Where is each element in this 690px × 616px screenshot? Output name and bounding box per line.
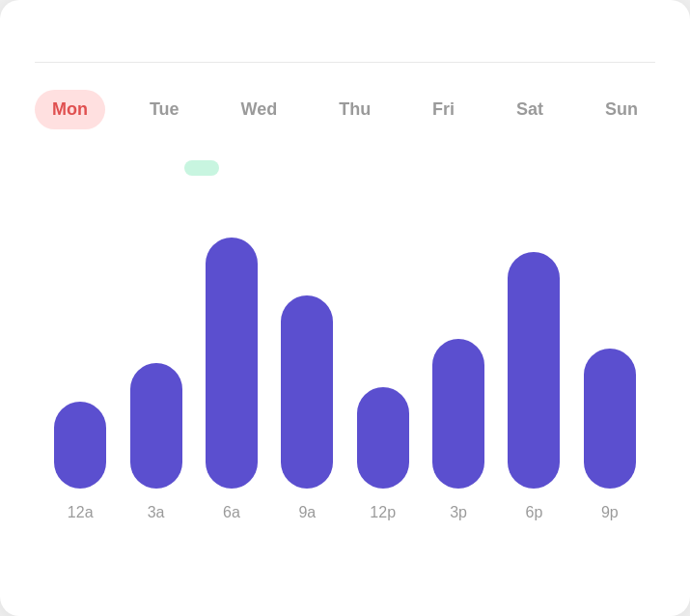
- x-label-6p: 6p: [496, 504, 571, 521]
- bar-3a: [130, 363, 182, 489]
- bars-container: [35, 218, 655, 489]
- day-btn-sun[interactable]: Sun: [588, 90, 655, 129]
- x-label-9p: 9p: [572, 504, 648, 521]
- best-time-to-post-card: MonTueWedThuFriSatSun 12a3a6a9a12p3p6p9p: [0, 0, 690, 616]
- most-active-badge: [184, 160, 219, 176]
- bar-wrapper-9a: [269, 295, 345, 489]
- bar-6p: [508, 252, 560, 489]
- bar-wrapper-3a: [118, 363, 193, 489]
- bar-9p: [584, 349, 636, 489]
- day-btn-tue[interactable]: Tue: [132, 90, 197, 129]
- day-btn-fri[interactable]: Fri: [415, 90, 472, 129]
- day-btn-sat[interactable]: Sat: [499, 90, 561, 129]
- bar-6a: [206, 238, 258, 489]
- x-label-6a: 6a: [194, 504, 269, 521]
- x-label-12a: 12a: [42, 504, 118, 521]
- bar-12p: [357, 387, 409, 489]
- x-label-9a: 9a: [269, 504, 345, 521]
- bar-wrapper-6a: [194, 238, 269, 489]
- day-btn-mon[interactable]: Mon: [35, 90, 105, 129]
- bar-wrapper-6p: [496, 252, 571, 489]
- bar-12a: [54, 402, 106, 489]
- bar-9a: [281, 295, 333, 489]
- day-btn-thu[interactable]: Thu: [321, 90, 388, 129]
- day-selector: MonTueWedThuFriSatSun: [35, 90, 655, 129]
- bar-3p: [432, 339, 484, 489]
- bar-wrapper-12a: [42, 402, 118, 489]
- x-label-3p: 3p: [421, 504, 496, 521]
- x-label-12p: 12p: [345, 504, 421, 521]
- bar-wrapper-12p: [345, 387, 421, 489]
- bar-wrapper-3p: [421, 339, 496, 489]
- x-label-3a: 3a: [118, 504, 193, 521]
- divider: [35, 62, 655, 63]
- x-labels: 12a3a6a9a12p3p6p9p: [35, 504, 655, 521]
- day-btn-wed[interactable]: Wed: [224, 90, 295, 129]
- bar-wrapper-9p: [572, 349, 648, 489]
- chart-area: 12a3a6a9a12p3p6p9p: [35, 160, 655, 521]
